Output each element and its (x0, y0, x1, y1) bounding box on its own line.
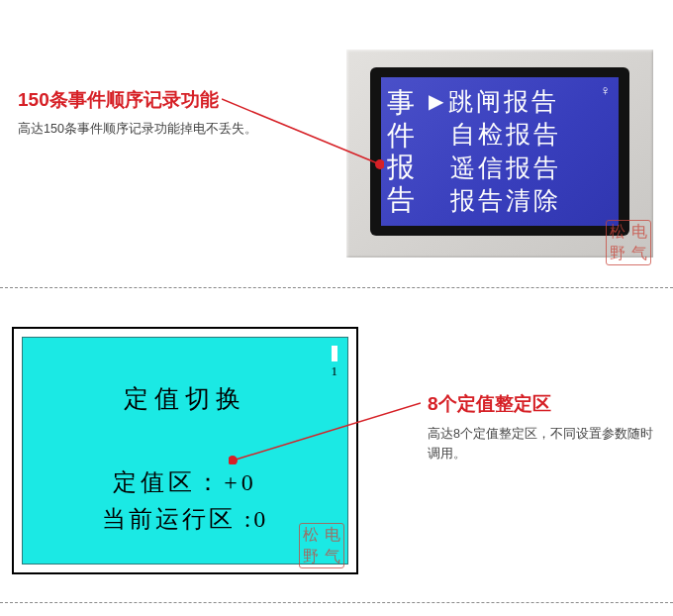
lcd2-corner-label: 1 (332, 363, 338, 379)
feature2-title: 8个定值整定区 (428, 391, 551, 417)
lcd2-corner-indicator (332, 346, 337, 361)
stamp-char: 松 (607, 221, 628, 243)
watermark-stamp: 松 电 野 气 (299, 523, 344, 568)
feature1-title: 150条事件顺序记录功能 (18, 87, 219, 113)
device1-bezel: 事 件 报 告 ▶ 跳闸报告 自检报告 遥信报告 报告清除 (346, 50, 653, 257)
stamp-char: 松 (300, 524, 322, 546)
stamp-char: 气 (322, 546, 343, 567)
lcd2-title: 定值切换 (23, 382, 347, 415)
feature2-desc: 高达8个定值整定区，不同设置参数随时调用。 (428, 424, 655, 463)
lcd1-header-char: 事 (387, 87, 421, 119)
lcd1-menu-item-selected: ▶ 跳闸报告 (429, 87, 609, 117)
section-divider (0, 602, 673, 603)
device1-frame: 事 件 报 告 ▶ 跳闸报告 自检报告 遥信报告 报告清除 (370, 67, 629, 236)
lcd1-menu-label: 遥信报告 (450, 154, 561, 183)
watermark-stamp: 松 电 野 气 (606, 220, 651, 265)
lcd1-menu: ▶ 跳闸报告 自检报告 遥信报告 报告清除 (429, 85, 609, 218)
lcd1-header-char: 件 (387, 120, 421, 152)
feature1-desc: 高达150条事件顺序记录功能掉电不丢失。 (18, 119, 265, 139)
device1-lcd-screen: 事 件 报 告 ▶ 跳闸报告 自检报告 遥信报告 报告清除 (381, 77, 619, 226)
stamp-char: 电 (322, 524, 343, 546)
lcd1-menu-item: 自检报告 (450, 120, 609, 150)
lcd1-corner-glyph: ♀ (601, 83, 612, 99)
section-divider (0, 287, 673, 288)
lcd1-menu-item: 遥信报告 (450, 154, 609, 183)
stamp-char: 电 (628, 221, 650, 243)
stamp-char: 野 (607, 243, 628, 264)
selection-arrow-icon: ▶ (429, 86, 446, 116)
lcd1-menu-item: 报告清除 (450, 186, 609, 216)
stamp-char: 气 (628, 243, 650, 264)
lcd1-header-char: 报 (387, 152, 421, 183)
lcd1-menu-label: 自检报告 (450, 120, 561, 150)
lcd1-menu-label: 跳闸报告 (448, 87, 559, 117)
lcd1-header-column: 事 件 报 告 (387, 85, 421, 218)
stamp-char: 野 (300, 546, 322, 567)
lcd2-line2: 定值区：+0 (23, 466, 347, 498)
lcd1-header-char: 告 (387, 184, 421, 216)
lcd1-menu-label: 报告清除 (450, 186, 561, 216)
